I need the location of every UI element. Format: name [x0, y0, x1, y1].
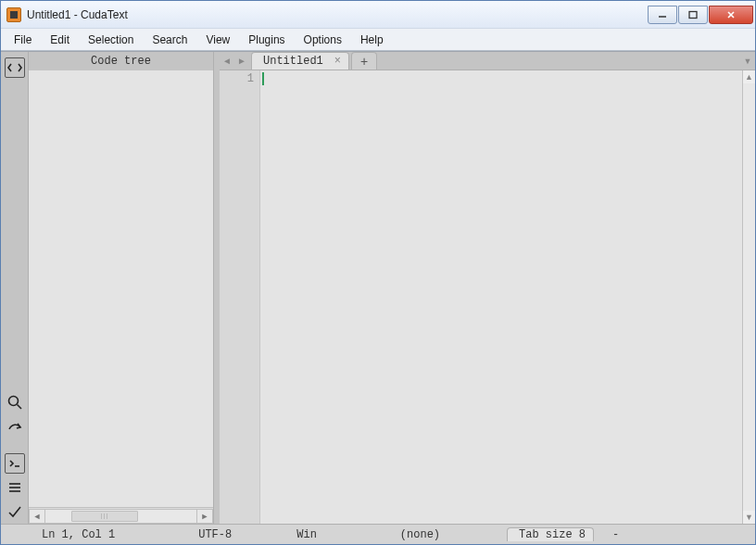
- scroll-up-icon[interactable]: ▲: [743, 70, 755, 83]
- scroll-left-icon[interactable]: ◄: [29, 509, 45, 524]
- tab-overflow-icon[interactable]: ▼: [740, 52, 755, 70]
- tab-untitled1[interactable]: Untitled1 ×: [251, 52, 349, 70]
- menu-edit[interactable]: Edit: [41, 31, 79, 49]
- editor-group: ◄ ► Untitled1 × + ▼ 1 ▲: [220, 52, 755, 524]
- tab-close-icon[interactable]: ×: [334, 56, 341, 67]
- code-tree-hscroll[interactable]: ◄ ►: [29, 507, 213, 524]
- scroll-right-icon[interactable]: ►: [196, 509, 213, 524]
- svg-rect-1: [689, 11, 697, 18]
- menu-view[interactable]: View: [196, 31, 239, 49]
- output-icon[interactable]: [5, 477, 25, 498]
- status-tabsize[interactable]: Tab size 8: [507, 527, 594, 541]
- editor-vscroll[interactable]: ▲ ▼: [742, 70, 755, 524]
- menu-help[interactable]: Help: [351, 31, 393, 49]
- menu-selection[interactable]: Selection: [79, 31, 143, 49]
- menu-bar: File Edit Selection Search View Plugins …: [1, 29, 755, 51]
- editor-row: 1 ▲ ▼: [220, 70, 755, 524]
- menu-plugins[interactable]: Plugins: [239, 31, 294, 49]
- search-icon[interactable]: [5, 392, 25, 412]
- title-bar[interactable]: Untitled1 - CudaText: [1, 1, 755, 29]
- window-frame: Untitled1 - CudaText File Edit Selection…: [0, 0, 756, 545]
- menu-options[interactable]: Options: [295, 31, 351, 49]
- tabstrip: ◄ ► Untitled1 × + ▼: [220, 52, 755, 70]
- tab-prev-icon[interactable]: ◄: [220, 52, 234, 70]
- tab-next-icon[interactable]: ►: [234, 52, 249, 70]
- validate-icon[interactable]: [5, 501, 25, 522]
- close-button[interactable]: [709, 6, 753, 24]
- maximize-button[interactable]: [678, 6, 708, 24]
- code-tree-content[interactable]: [29, 70, 213, 507]
- status-lexer[interactable]: (none): [400, 528, 440, 541]
- app-icon: [6, 7, 21, 22]
- text-editor[interactable]: [260, 70, 742, 524]
- menu-search[interactable]: Search: [143, 31, 196, 49]
- window-title: Untitled1 - CudaText: [27, 8, 128, 21]
- svg-line-5: [17, 405, 21, 410]
- status-eol[interactable]: Win: [296, 528, 317, 541]
- tab-label: Untitled1: [263, 55, 323, 68]
- line-gutter: 1: [220, 70, 260, 524]
- caret: [262, 72, 264, 85]
- code-tree-title: Code tree: [29, 52, 213, 70]
- tab-add-button[interactable]: +: [351, 52, 377, 70]
- line-number: 1: [220, 72, 254, 85]
- status-position[interactable]: Ln 1, Col 1: [42, 528, 115, 541]
- scroll-thumb[interactable]: [71, 511, 138, 522]
- goto-icon[interactable]: [5, 416, 25, 437]
- status-bar: Ln 1, Col 1 UTF-8 Win (none) Tab size 8 …: [1, 524, 755, 544]
- scroll-down-icon[interactable]: ▼: [743, 511, 755, 524]
- window-controls: [647, 6, 755, 24]
- svg-point-4: [8, 397, 18, 406]
- scroll-track[interactable]: [45, 509, 196, 524]
- body: Code tree ◄ ► ◄ ► Untitled1 × +: [1, 51, 755, 524]
- minimize-button[interactable]: [648, 6, 677, 24]
- status-encoding[interactable]: UTF-8: [198, 528, 232, 541]
- sidebar-rail: [1, 52, 29, 524]
- console-icon[interactable]: [5, 453, 25, 474]
- menu-file[interactable]: File: [5, 31, 41, 49]
- status-trailing: -: [612, 528, 619, 541]
- code-tree-panel: Code tree ◄ ►: [29, 52, 214, 524]
- code-tree-toggle-icon[interactable]: [5, 57, 25, 78]
